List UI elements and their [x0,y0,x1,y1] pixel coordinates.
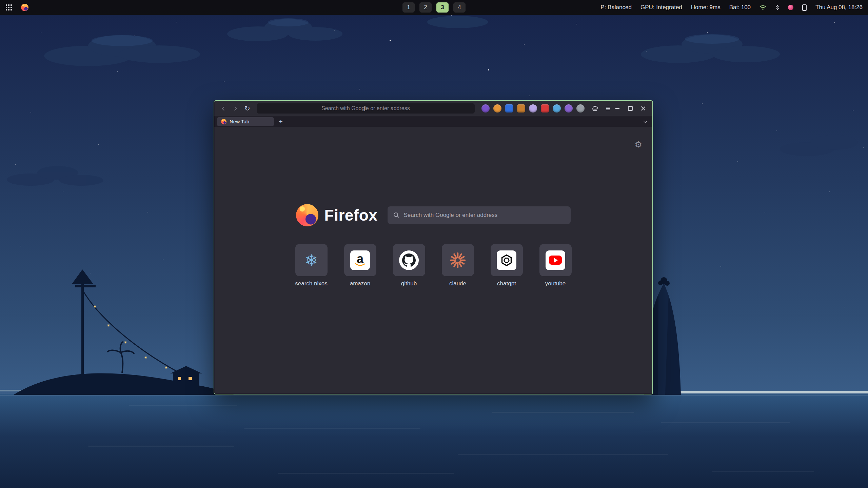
power-profile-status: P: Balanced [600,4,632,11]
battery-status: Bat: 100 [729,4,751,11]
chevron-down-icon [643,119,647,123]
shortcut-amazon[interactable]: a amazon [344,244,376,287]
workspace-switcher: 1 2 3 4 [402,2,466,13]
shortcut-youtube[interactable]: youtube [539,244,572,287]
extension-icon-7[interactable] [553,104,561,113]
workspace-button-2[interactable]: 2 [419,2,432,13]
shortcuts-row: ❄ search.nixos a amazon [214,244,652,287]
search-icon [394,212,399,218]
status-bar-right: P: Balanced GPU: Integrated Home: 9ms Ba… [600,4,863,11]
display-icon[interactable] [802,4,807,11]
newtab-search-bar[interactable] [388,206,571,224]
menu-button[interactable]: ≡ [603,103,613,114]
extension-toolbar [481,104,585,113]
home-latency-status: Home: 9ms [691,4,721,11]
shortcut-label: amazon [350,280,370,287]
extension-icon-4[interactable] [517,104,525,113]
extension-icon-6[interactable] [541,104,549,113]
shortcut-label: claude [449,280,466,287]
github-icon [402,253,416,267]
tray-app-icon[interactable] [788,5,793,10]
firefox-logo [296,204,318,226]
tab-new-tab[interactable]: New Tab [217,117,274,126]
shortcut-label: github [401,280,417,287]
newtab-search-input[interactable] [403,212,565,219]
shortcut-github[interactable]: github [393,244,425,287]
app-launcher-icon[interactable] [5,4,12,11]
plus-icon: + [279,118,282,125]
browser-toolbar: ↻ ≡ [214,101,652,116]
brand-search-row: Firefox [214,204,652,226]
extension-icon-1[interactable] [481,104,490,113]
amazon-icon: a [350,250,370,270]
urlbar-input[interactable] [261,105,471,111]
status-bar: 1 2 3 4 P: Balanced GPU: Integrated Home… [0,0,868,15]
clock: Thu Aug 08, 18:26 [815,4,863,11]
forward-icon [233,106,237,111]
workspace-button-4[interactable]: 4 [453,2,466,13]
tab-bar: New Tab + [214,116,652,127]
close-button[interactable] [640,105,646,111]
url-bar[interactable] [257,103,475,114]
reload-icon: ↻ [244,105,250,112]
minimize-button[interactable] [614,105,620,111]
extension-icon-5[interactable] [529,104,537,113]
back-icon [222,106,226,111]
workspace-button-1[interactable]: 1 [402,2,415,13]
firefox-wordmark: Firefox [324,206,378,224]
gear-icon: ⚙ [635,140,642,149]
reload-button[interactable]: ↻ [242,103,253,114]
extension-icon-8[interactable] [565,104,573,113]
shortcut-label: search.nixos [295,280,327,287]
hamburger-icon: ≡ [606,104,610,113]
list-all-tabs-button[interactable] [641,117,650,126]
extensions-button[interactable] [590,103,600,114]
tab-label: New Tab [230,119,249,124]
extension-icon-9[interactable] [576,104,585,113]
amazon-smile-icon [355,263,365,267]
puzzle-icon [591,105,598,112]
new-tab-page: ⚙ Firefox ❄ search.nixos a [214,127,652,394]
back-button[interactable] [218,103,229,114]
shortcut-claude[interactable]: claude [442,244,474,287]
forward-button[interactable] [230,103,241,114]
status-bar-left [5,4,28,11]
text-caret [364,106,365,111]
tab-favicon [221,119,226,124]
firefox-window: ↻ ≡ [214,100,653,394]
maximize-button[interactable] [627,105,633,111]
nixos-snowflake-icon: ❄ [305,252,318,268]
shortcut-label: chatgpt [497,280,516,287]
bluetooth-icon[interactable] [775,4,779,11]
new-tab-button[interactable]: + [277,118,285,126]
extension-icon-3[interactable] [505,104,513,113]
personalize-button[interactable]: ⚙ [635,140,642,149]
shortcut-label: youtube [545,280,566,287]
shortcut-chatgpt[interactable]: chatgpt [491,244,523,287]
gpu-status: GPU: Integrated [640,4,682,11]
claude-icon [450,252,466,268]
window-controls [614,105,648,111]
shortcut-search-nixos[interactable]: ❄ search.nixos [295,244,328,287]
chatgpt-icon [499,253,514,268]
workspace-button-3[interactable]: 3 [436,2,449,13]
wifi-icon[interactable] [760,5,766,10]
firefox-app-icon[interactable] [21,4,28,11]
youtube-icon [549,256,562,265]
extension-icon-2[interactable] [493,104,501,113]
